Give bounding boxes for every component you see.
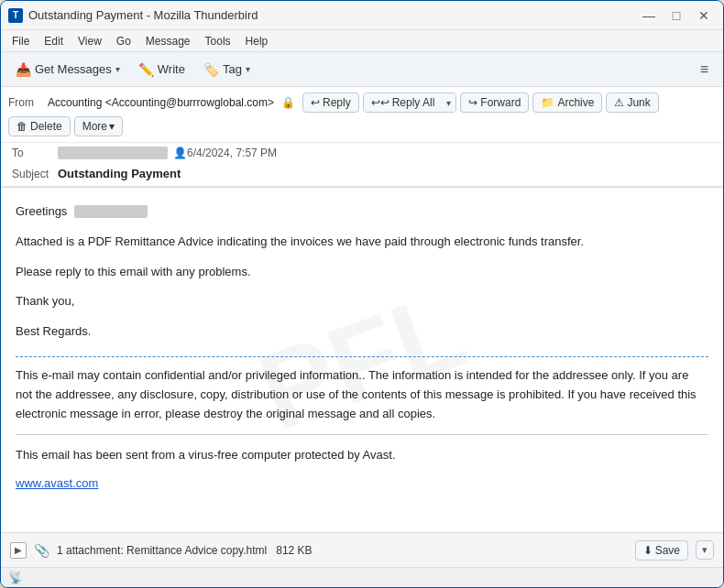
avast-text: This email has been sent from a virus-fr… — [16, 446, 708, 465]
close-button[interactable]: ✕ — [692, 6, 716, 25]
main-window: T Outstanding Payment - Mozilla Thunderb… — [0, 0, 724, 588]
to-icon: 👤 — [173, 147, 187, 159]
attachment-expand-button[interactable]: ▶ — [10, 542, 27, 559]
app-icon: T — [8, 8, 23, 23]
write-label: Write — [158, 62, 185, 76]
email-content: Greetings Attached is a PDF Remittance A… — [16, 202, 708, 490]
forward-button[interactable]: ↪ Forward — [460, 93, 529, 113]
email-date: 6/4/2024, 7:57 PM — [187, 147, 277, 159]
avast-link[interactable]: www.avast.com — [16, 476, 98, 490]
tag-button[interactable]: 🏷️ Tag ▾ — [196, 59, 258, 81]
reply-all-icon: ↩↩ — [371, 96, 389, 109]
save-label: Save — [655, 544, 680, 557]
get-messages-label: Get Messages — [35, 62, 112, 76]
reply-label: Reply — [323, 96, 351, 109]
disclaimer-text: This e-mail may contain confidential and… — [16, 366, 708, 423]
statusbar: 📡 — [1, 567, 723, 587]
titlebar: T Outstanding Payment - Mozilla Thunderb… — [1, 1, 723, 30]
more-button[interactable]: More ▾ — [74, 116, 123, 136]
body-line2: Please reply to this email with any prob… — [16, 263, 708, 282]
attachment-size: 812 KB — [276, 544, 312, 557]
write-icon: ✏️ — [138, 62, 154, 77]
subject-value: Outstanding Payment — [58, 167, 181, 180]
greeting-text: Greetings — [16, 202, 67, 222]
junk-label: Junk — [627, 96, 650, 109]
solid-divider — [16, 434, 708, 435]
reply-button[interactable]: ↩ Reply — [302, 93, 359, 113]
get-messages-button[interactable]: 📥 Get Messages ▾ — [8, 59, 127, 81]
menu-tools[interactable]: Tools — [198, 33, 238, 49]
attachment-label: 1 attachment: Remittance Advice copy.htm… — [57, 544, 628, 557]
email-body: PFL Greetings Attached is a PDF Remittan… — [1, 188, 723, 532]
greeting-line: Greetings — [16, 202, 708, 222]
hamburger-button[interactable]: ≡ — [693, 58, 716, 82]
dashed-divider — [16, 356, 708, 357]
statusbar-icon: 📡 — [8, 571, 23, 584]
minimize-button[interactable]: — — [637, 6, 661, 25]
junk-button[interactable]: ⚠ Junk — [606, 93, 658, 113]
delete-icon: 🗑 — [16, 120, 27, 133]
reply-icon: ↩ — [311, 96, 320, 109]
archive-label: Archive — [557, 96, 594, 109]
menu-message[interactable]: Message — [138, 33, 198, 49]
reply-all-label: Reply All — [392, 96, 435, 109]
forward-label: Forward — [480, 96, 521, 109]
recipient-name-redacted — [74, 205, 148, 218]
more-arrow: ▾ — [109, 120, 115, 133]
tag-icon: 🏷️ — [203, 62, 219, 77]
body-line3: Thank you, — [16, 292, 708, 311]
menu-edit[interactable]: Edit — [37, 33, 71, 49]
write-button[interactable]: ✏️ Write — [131, 59, 192, 81]
tag-label: Tag — [223, 62, 242, 76]
junk-icon: ⚠ — [614, 96, 624, 109]
save-button[interactable]: ⬇ Save — [635, 540, 688, 561]
attachment-count-label: 1 attachment: Remittance Advice copy.htm… — [57, 544, 267, 557]
from-value: Accounting <Accounting@burrrowglobal.com… — [48, 96, 274, 109]
to-label: To — [12, 147, 58, 159]
encryption-icon: 🔒 — [281, 96, 295, 109]
subject-label: Subject — [12, 168, 58, 180]
archive-icon: 📁 — [541, 96, 554, 109]
delete-button[interactable]: 🗑 Delete — [8, 116, 71, 136]
menu-file[interactable]: File — [5, 33, 37, 49]
body-line4: Best Regards. — [16, 322, 708, 342]
maximize-button[interactable]: □ — [664, 6, 688, 25]
to-row: To 👤 6/4/2024, 7:57 PM — [1, 143, 723, 163]
app-toolbar: 📥 Get Messages ▾ ✏️ Write 🏷️ Tag ▾ ≡ — [1, 52, 723, 87]
header-toolbar: From Accounting <Accounting@burrrowgloba… — [1, 87, 723, 143]
save-icon: ⬇ — [643, 544, 653, 557]
get-messages-arrow: ▾ — [115, 64, 120, 74]
forward-icon: ↪ — [468, 96, 477, 109]
window-title: Outstanding Payment - Mozilla Thunderbir… — [28, 8, 637, 22]
reply-all-button[interactable]: ↩↩ Reply All — [364, 93, 443, 112]
save-dropdown-button[interactable]: ▾ — [696, 540, 714, 560]
subject-row: Subject Outstanding Payment — [1, 163, 723, 187]
attachment-bar: ▶ 📎 1 attachment: Remittance Advice copy… — [1, 532, 723, 567]
to-redacted — [58, 147, 168, 159]
body-line1: Attached is a PDF Remittance Advice indi… — [16, 233, 708, 252]
reply-all-split: ↩↩ Reply All ▾ — [363, 93, 457, 113]
menubar: File Edit View Go Message Tools Help — [1, 30, 723, 52]
get-messages-icon: 📥 — [16, 62, 31, 77]
attachment-icon: 📎 — [34, 543, 49, 558]
delete-label: Delete — [30, 120, 62, 133]
archive-button[interactable]: 📁 Archive — [532, 93, 602, 113]
window-controls: — □ ✕ — [637, 6, 716, 25]
more-label: More — [82, 120, 107, 133]
menu-view[interactable]: View — [71, 33, 109, 49]
tag-arrow: ▾ — [246, 64, 250, 74]
menu-go[interactable]: Go — [109, 33, 138, 49]
menu-help[interactable]: Help — [238, 33, 276, 49]
email-header: From Accounting <Accounting@burrrowgloba… — [1, 87, 723, 188]
reply-all-dropdown[interactable]: ▾ — [442, 93, 455, 112]
to-value: 👤 — [58, 147, 187, 159]
from-label: From — [8, 96, 40, 109]
